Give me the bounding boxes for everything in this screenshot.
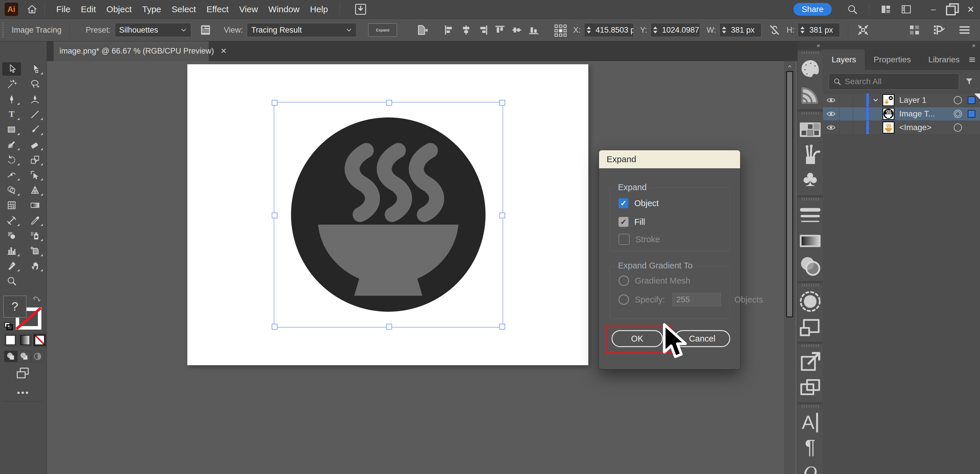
panel-group-grip[interactable] [802,344,819,347]
stepper-icon[interactable] [584,27,593,33]
type-tool[interactable]: T [2,108,21,121]
selection-handle[interactable] [500,324,505,330]
layer-row-layer-1[interactable]: Layer 1 [823,94,980,107]
close-tab-icon[interactable]: ✕ [220,47,227,55]
magic-wand-tool[interactable] [2,78,21,91]
selection-handle[interactable] [272,100,277,106]
gradient-mesh-radio-row[interactable]: Gradient Mesh [619,276,690,286]
panel-group-grip[interactable] [802,112,819,115]
gradient-tool[interactable] [25,198,44,212]
illustrator-logo-icon[interactable]: Ai [5,3,18,16]
object-checkbox[interactable]: ✓ [619,198,628,208]
target-circle-icon[interactable] [954,124,962,132]
symbols-panel-icon[interactable]: ♣ [797,168,823,193]
graphic-styles-panel-icon[interactable] [797,314,823,339]
paintbrush-tool[interactable] [25,123,44,136]
screen-mode-icon[interactable] [14,366,32,380]
search-icon[interactable] [847,4,858,15]
draw-behind-icon[interactable] [18,350,31,362]
align-bottom-icon[interactable] [528,24,539,36]
visibility-eye-icon[interactable] [823,121,840,134]
document-tab[interactable]: image.png* @ 66.67 % (RGB/CPU Preview) ✕ [54,41,209,61]
visibility-eye-icon[interactable] [823,107,840,120]
fill-checkbox[interactable]: ✓ [619,217,628,227]
selection-handle[interactable] [272,324,277,330]
appearance-panel-icon[interactable] [797,289,823,314]
align-middle-v-icon[interactable] [511,24,523,36]
selection-handle[interactable] [272,212,277,218]
layer-row-image-t-[interactable]: Image T... [823,107,980,121]
minimize-button[interactable]: – [924,0,943,19]
visibility-eye-icon[interactable] [823,94,840,107]
selection-tool[interactable] [2,62,21,76]
blend-tool[interactable] [2,229,21,242]
lasso-tool[interactable] [25,78,44,91]
traced-soup-icon-artwork[interactable] [288,114,488,315]
arrange-documents-icon[interactable] [880,4,891,15]
y-value[interactable]: 1024.0987 [660,25,700,35]
edit-toolbar-button[interactable]: ••• [0,388,47,398]
panel-menu-icon[interactable] [958,23,971,37]
fill-checkbox-row[interactable]: ✓ Fill [619,217,645,227]
tab-libraries[interactable]: Libraries [920,49,968,70]
y-field[interactable]: 1024.0987 [651,23,700,37]
w-value[interactable]: 381 px [729,25,761,35]
layer-thumbnail[interactable] [882,121,895,134]
panel-group-grip[interactable] [802,284,819,287]
shaper-tool[interactable] [2,138,21,151]
slice-tool[interactable] [2,259,21,273]
artboard-tool[interactable] [25,244,44,257]
object-checkbox-row[interactable]: ✓ Object [619,198,659,208]
column-graph-tool[interactable] [2,244,21,257]
tab-properties[interactable]: Properties [865,49,920,70]
eraser-tool[interactable] [25,138,44,151]
transform-icon[interactable] [856,23,870,37]
menu-item-effect[interactable]: Effect [201,0,234,19]
dialog-title[interactable]: Expand [599,150,740,168]
panel-group-grip[interactable] [802,198,819,201]
layer-thumbnail[interactable] [882,94,895,106]
preset-select[interactable]: Silhouettes [115,23,191,37]
scale-tool[interactable] [25,153,44,166]
menu-item-select[interactable]: Select [167,0,201,19]
export-panel-icon[interactable] [797,349,823,375]
workspace-switcher-icon[interactable] [901,4,912,15]
selection-proxy-square[interactable] [968,110,975,117]
direct-selection-tool[interactable] [25,62,44,76]
symbol-sprayer-tool[interactable] [25,229,44,242]
measure-tool[interactable] [2,214,21,227]
scroll-up-icon[interactable] [787,64,792,69]
target-circle-icon[interactable] [954,110,962,118]
transparency-panel-icon[interactable] [797,254,823,279]
panel-menu-icon[interactable] [968,54,976,65]
lock-toggle-cell[interactable] [840,121,853,134]
lock-toggle-cell[interactable] [840,107,853,120]
gradient-panel-icon[interactable] [797,228,823,254]
swatches-panel-icon[interactable] [797,117,823,143]
panel-group-grip[interactable] [802,405,819,407]
gradient-mesh-radio[interactable] [619,276,629,286]
color-panel-icon[interactable] [797,57,823,82]
vertical-scrollbar[interactable] [784,61,795,474]
color-guide-panel-icon[interactable] [797,82,823,107]
lock-toggle-cell[interactable] [840,94,853,107]
pen-tool[interactable] [2,93,21,106]
selection-bounding-box[interactable] [274,102,503,328]
draw-inside-icon[interactable] [31,350,44,362]
opentype-panel-icon[interactable]: O [797,461,823,474]
expand-chevron-icon[interactable] [869,97,882,104]
touch-workspace-icon[interactable] [354,3,367,16]
rotate-tool[interactable] [2,153,21,166]
align-right-icon[interactable] [477,24,489,36]
brushes-panel-icon[interactable] [797,143,823,168]
align-left-icon[interactable] [443,24,455,36]
curvature-tool[interactable] [25,93,44,106]
menu-item-object[interactable]: Object [101,0,137,19]
stepper-icon[interactable] [651,27,660,33]
align-center-h-icon[interactable] [460,24,472,36]
panel-grip[interactable] [2,22,4,38]
stroke-checkbox-row[interactable]: Stroke [619,234,660,245]
layer-name[interactable]: <Image> [899,123,932,132]
scrollbar-thumb[interactable] [786,71,793,317]
layer-thumbnail[interactable] [882,108,895,120]
